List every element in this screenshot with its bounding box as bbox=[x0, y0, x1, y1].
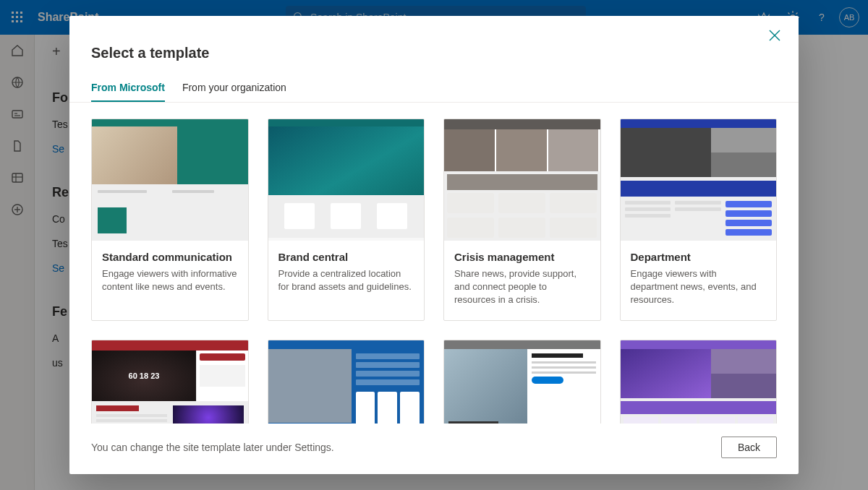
template-thumbnail: 60 18 23 bbox=[92, 340, 248, 424]
close-button[interactable] bbox=[768, 29, 786, 46]
template-thumbnail bbox=[444, 119, 600, 241]
modal-overlay: Select a template From MicrosoftFrom you… bbox=[0, 0, 868, 490]
template-card-body: Crisis managementShare news, provide sup… bbox=[444, 241, 600, 320]
template-card-body: Standard communicationEngage viewers wit… bbox=[92, 241, 248, 306]
template-card-human-resources[interactable] bbox=[268, 340, 425, 424]
tab-from-microsoft[interactable]: From Microsoft bbox=[91, 82, 165, 102]
template-title: Brand central bbox=[278, 251, 414, 263]
template-desc: Provide a centralized location for brand… bbox=[278, 267, 414, 293]
template-card-body: Brand centralProvide a centralized locat… bbox=[268, 241, 425, 306]
template-card-leadership[interactable] bbox=[443, 340, 601, 424]
footer-note: You can change the site template later u… bbox=[91, 442, 334, 453]
select-template-dialog: Select a template From MicrosoftFrom you… bbox=[69, 16, 799, 474]
tab-from-your-organization[interactable]: From your organization bbox=[182, 82, 286, 102]
template-thumbnail bbox=[444, 340, 600, 424]
template-card-event[interactable]: 60 18 23 bbox=[91, 340, 249, 424]
template-title: Crisis management bbox=[454, 251, 590, 263]
template-scroll-area[interactable]: Standard communicationEngage viewers wit… bbox=[69, 103, 799, 424]
template-thumbnail bbox=[92, 119, 248, 241]
template-card-learning[interactable] bbox=[620, 340, 778, 424]
template-card-crisis-management[interactable]: Crisis managementShare news, provide sup… bbox=[443, 119, 601, 321]
template-card-standard-communication[interactable]: Standard communicationEngage viewers wit… bbox=[91, 119, 249, 321]
template-source-tabs: From MicrosoftFrom your organization bbox=[69, 67, 799, 103]
template-card-department[interactable]: DepartmentEngage viewers with department… bbox=[620, 119, 778, 321]
template-title: Department bbox=[631, 251, 767, 263]
template-thumbnail bbox=[268, 119, 425, 241]
template-thumbnail bbox=[621, 119, 777, 241]
template-card-brand-central[interactable]: Brand centralProvide a centralized locat… bbox=[268, 119, 425, 321]
template-thumbnail bbox=[268, 340, 425, 424]
back-button[interactable]: Back bbox=[721, 437, 777, 458]
template-thumbnail bbox=[621, 340, 777, 424]
dialog-footer: You can change the site template later u… bbox=[69, 424, 799, 474]
template-card-body: DepartmentEngage viewers with department… bbox=[621, 241, 777, 320]
template-desc: Engage viewers with department news, eve… bbox=[631, 267, 767, 307]
template-title: Standard communication bbox=[102, 251, 238, 263]
template-desc: Engage viewers with informative content … bbox=[102, 267, 238, 293]
template-desc: Share news, provide support, and connect… bbox=[454, 267, 590, 307]
dialog-title: Select a template bbox=[69, 16, 799, 67]
